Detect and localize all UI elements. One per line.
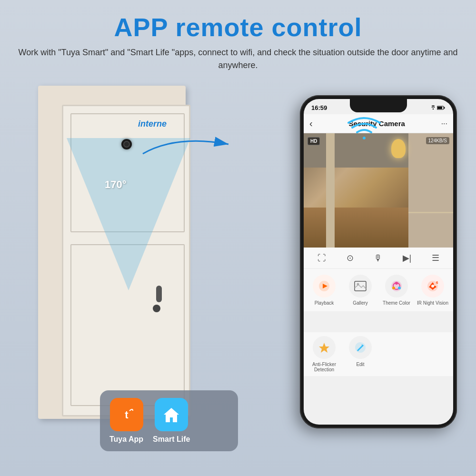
playback-icon-circle (313, 275, 336, 298)
tuya-app-item[interactable]: t Tuya App (109, 398, 143, 444)
menu-icon[interactable]: ☰ (432, 253, 439, 263)
porch-pillar-left (326, 133, 335, 248)
app-icons-container: t Tuya App Smart Life (100, 390, 238, 451)
phone-container: 16:59 ‹ Security Camera ··· (300, 95, 462, 438)
edit-icon-circle (349, 336, 372, 359)
header: APP remote control Work with "Tuya Smart… (0, 0, 476, 77)
phone-status-icons (428, 105, 446, 110)
phone-screen: 16:59 ‹ Security Camera ··· (304, 99, 453, 425)
action-anti-flicker[interactable]: Anti-Flicker Detection (307, 336, 342, 372)
svg-marker-21 (319, 343, 329, 353)
back-button[interactable]: ‹ (309, 118, 313, 129)
subtitle: Work with "Tuya Smart" and "Smart Life "… (0, 46, 476, 72)
hd-badge: HD (307, 137, 320, 145)
ir-night-label: IR Night Vision (417, 300, 448, 306)
camera-view: HD 124KB/S (304, 133, 453, 248)
svg-point-5 (433, 109, 434, 109)
playback-label: Playback (315, 300, 334, 306)
camera-dot (121, 139, 132, 149)
record-icon[interactable]: ▶| (403, 253, 412, 263)
svg-point-16 (398, 287, 401, 289)
svg-text:t: t (125, 409, 129, 421)
phone-body: 16:59 ‹ Security Camera ··· (300, 95, 457, 428)
door-handle-circle (153, 305, 160, 312)
action-grid-row1: Playback Gallery Theme Color (304, 269, 453, 311)
phone-status-bar: 16:59 (304, 102, 453, 113)
svg-rect-8 (444, 107, 445, 109)
svg-point-19 (431, 285, 434, 288)
fullscreen-icon[interactable]: ⛶ (317, 253, 326, 263)
action-ir-night[interactable]: 6 IR Night Vision (415, 275, 450, 306)
camera-capture-icon[interactable]: ⊙ (347, 253, 354, 263)
more-button[interactable]: ··· (441, 119, 447, 128)
porch-light (391, 139, 406, 158)
svg-point-15 (395, 282, 398, 285)
angle-label: 170° (105, 178, 127, 191)
action-playback[interactable]: Playback (307, 275, 342, 306)
theme-icon-circle (385, 275, 408, 298)
smartlife-app-label: Smart Life (153, 435, 190, 444)
mic-icon[interactable]: 🎙 (374, 253, 382, 263)
anti-flicker-label: Anti-Flicker Detection (307, 362, 342, 372)
vision-cone (67, 138, 190, 290)
internet-label: interne (138, 119, 243, 129)
phone-time: 16:59 (311, 104, 327, 111)
porch-image (304, 133, 453, 248)
tuya-app-label: Tuya App (109, 435, 143, 444)
action-edit[interactable]: Edit (343, 336, 378, 372)
door-handle (156, 286, 162, 302)
ir-night-icon-circle: 6 (421, 275, 444, 298)
porch-railing (408, 212, 453, 213)
action-gallery[interactable]: Gallery (343, 275, 378, 306)
internet-arrow: interne (138, 119, 243, 160)
edit-label: Edit (356, 362, 364, 367)
wifi-icon (347, 114, 381, 142)
camera-controls: ⛶ ⊙ 🎙 ▶| ☰ (304, 248, 453, 269)
tuya-icon: t (110, 398, 143, 431)
svg-rect-7 (437, 107, 442, 109)
porch-wall (408, 133, 453, 248)
svg-text:6: 6 (436, 280, 438, 285)
action-grid-row2: Anti-Flicker Detection Edit (304, 332, 453, 376)
anti-flicker-icon-circle (313, 336, 336, 359)
gallery-icon-circle (349, 275, 372, 298)
page: APP remote control Work with "Tuya Smart… (0, 0, 476, 476)
gallery-label: Gallery (353, 300, 368, 306)
action-theme[interactable]: Theme Color (379, 275, 414, 306)
smartlife-app-item[interactable]: Smart Life (153, 398, 190, 444)
smartlife-icon (155, 398, 188, 431)
camera-speed: 124KB/S (426, 137, 449, 144)
theme-label: Theme Color (383, 300, 410, 306)
main-title: APP remote control (0, 13, 476, 41)
svg-point-17 (392, 287, 395, 289)
